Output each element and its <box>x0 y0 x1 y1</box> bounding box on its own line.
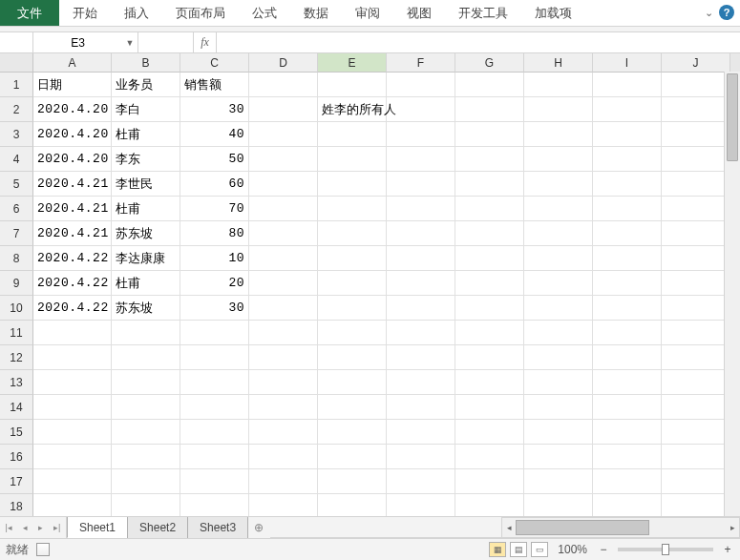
cell-I7[interactable] <box>593 221 662 246</box>
sheet-nav-last-icon[interactable]: ▸| <box>53 523 60 532</box>
cell-E4[interactable] <box>318 147 387 172</box>
cell-C3[interactable]: 40 <box>180 122 249 147</box>
cell-I16[interactable] <box>593 445 662 469</box>
cell-H1[interactable] <box>524 73 593 97</box>
cell-C11[interactable] <box>180 321 249 345</box>
cell-G10[interactable] <box>455 296 524 321</box>
cell-G6[interactable] <box>455 197 524 221</box>
cell-G3[interactable] <box>455 122 524 147</box>
cell-G1[interactable] <box>455 73 524 97</box>
scroll-h-thumb[interactable] <box>516 520 649 535</box>
cell-A13[interactable] <box>33 370 112 395</box>
cell-H3[interactable] <box>524 122 593 147</box>
cell-F9[interactable] <box>387 271 455 296</box>
cell-G2[interactable] <box>455 97 524 122</box>
cell-J5[interactable] <box>662 172 730 197</box>
cell-F6[interactable] <box>387 197 455 221</box>
horizontal-scrollbar[interactable]: ◂ ▸ <box>501 517 740 538</box>
cell-C13[interactable] <box>180 370 249 395</box>
cell-J14[interactable] <box>662 395 730 420</box>
cell-I11[interactable] <box>593 321 662 345</box>
fx-icon[interactable]: fx <box>194 32 217 52</box>
cell-J12[interactable] <box>662 345 730 370</box>
row-header[interactable]: 4 <box>0 147 33 172</box>
cell-A12[interactable] <box>33 345 112 370</box>
cell-E12[interactable] <box>318 345 387 370</box>
row-header[interactable]: 11 <box>0 321 33 345</box>
cell-C1[interactable]: 销售额 <box>180 73 249 97</box>
tab-view[interactable]: 视图 <box>393 0 445 26</box>
cell-I13[interactable] <box>593 370 662 395</box>
cell-F12[interactable] <box>387 345 455 370</box>
cell-E6[interactable] <box>318 197 387 221</box>
cell-H9[interactable] <box>524 271 593 296</box>
row-header[interactable]: 1 <box>0 73 33 97</box>
row-header[interactable]: 18 <box>0 494 33 516</box>
cell-D8[interactable] <box>249 246 318 271</box>
cell-D15[interactable] <box>249 420 318 445</box>
cell-A1[interactable]: 日期 <box>33 73 112 97</box>
cell-D5[interactable] <box>249 172 318 197</box>
cell-B17[interactable] <box>112 469 180 494</box>
cell-F3[interactable] <box>387 122 455 147</box>
cell-B11[interactable] <box>112 321 180 345</box>
tab-home[interactable]: 开始 <box>59 0 111 26</box>
sheet-tab-sheet2[interactable]: Sheet2 <box>127 517 188 538</box>
cell-A2[interactable]: 2020.4.20 <box>33 97 112 122</box>
cell-I18[interactable] <box>593 494 662 516</box>
sheet-nav-next-icon[interactable]: ▸ <box>38 523 43 532</box>
cell-B5[interactable]: 李世民 <box>112 172 180 197</box>
cell-C9[interactable]: 20 <box>180 271 249 296</box>
cell-I3[interactable] <box>593 122 662 147</box>
cell-I2[interactable] <box>593 97 662 122</box>
cell-F18[interactable] <box>387 494 455 516</box>
cell-E1[interactable] <box>318 73 387 97</box>
cell-J16[interactable] <box>662 445 730 469</box>
cell-G11[interactable] <box>455 321 524 345</box>
tab-insert[interactable]: 插入 <box>111 0 162 26</box>
col-header-H[interactable]: H <box>524 53 593 73</box>
cell-H12[interactable] <box>524 345 593 370</box>
row-header[interactable]: 5 <box>0 172 33 197</box>
cell-B15[interactable] <box>112 420 180 445</box>
cell-B8[interactable]: 李达康康 <box>112 246 180 271</box>
cell-J9[interactable] <box>662 271 730 296</box>
cell-C17[interactable] <box>180 469 249 494</box>
sheet-nav-first-icon[interactable]: |◂ <box>6 523 12 532</box>
cell-I9[interactable] <box>593 271 662 296</box>
cell-H7[interactable] <box>524 221 593 246</box>
cell-J6[interactable] <box>662 197 730 221</box>
cell-H17[interactable] <box>524 469 593 494</box>
cell-D6[interactable] <box>249 197 318 221</box>
cell-J17[interactable] <box>662 469 730 494</box>
ribbon-collapse-icon[interactable]: ⌄ <box>705 7 713 19</box>
view-pagelayout-icon[interactable]: ▤ <box>510 542 527 557</box>
cell-B3[interactable]: 杜甫 <box>112 122 180 147</box>
col-header-A[interactable]: A <box>33 53 112 73</box>
cell-E17[interactable] <box>318 469 387 494</box>
cell-J11[interactable] <box>662 321 730 345</box>
cell-D14[interactable] <box>249 395 318 420</box>
zoom-slider[interactable] <box>618 548 713 551</box>
cell-H2[interactable] <box>524 97 593 122</box>
cell-B6[interactable]: 杜甫 <box>112 197 180 221</box>
cell-D13[interactable] <box>249 370 318 395</box>
tab-data[interactable]: 数据 <box>290 0 342 26</box>
row-header[interactable]: 10 <box>0 296 33 321</box>
cell-A15[interactable] <box>33 420 112 445</box>
cell-G5[interactable] <box>455 172 524 197</box>
cell-H4[interactable] <box>524 147 593 172</box>
cell-J8[interactable] <box>662 246 730 271</box>
sheet-tab-sheet3[interactable]: Sheet3 <box>187 517 248 538</box>
col-header-J[interactable]: J <box>662 53 730 73</box>
cell-F1[interactable] <box>387 73 455 97</box>
cell-D10[interactable] <box>249 296 318 321</box>
cell-J13[interactable] <box>662 370 730 395</box>
cell-F15[interactable] <box>387 420 455 445</box>
cell-C16[interactable] <box>180 445 249 469</box>
cell-E18[interactable] <box>318 494 387 516</box>
cell-D18[interactable] <box>249 494 318 516</box>
cell-A10[interactable]: 2020.4.22 <box>33 296 112 321</box>
cell-H11[interactable] <box>524 321 593 345</box>
col-header-G[interactable]: G <box>455 53 524 73</box>
